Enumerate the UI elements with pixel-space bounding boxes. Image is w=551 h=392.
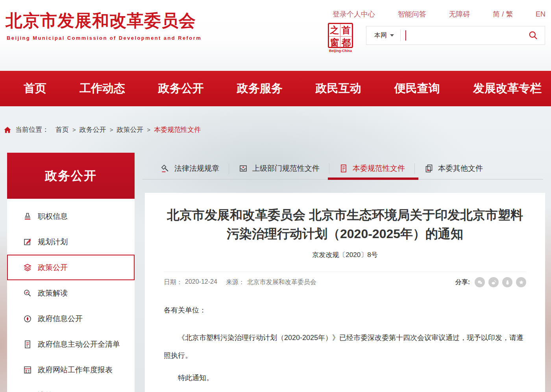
report-table-icon [23, 365, 32, 375]
quick-link-login[interactable]: 登录个人中心 [333, 9, 375, 19]
stamp-icon [23, 212, 32, 221]
calendar-icon [23, 391, 32, 392]
sidebar-item-label: 政府信息公开 [38, 314, 83, 324]
share-wechat-icon[interactable] [475, 277, 485, 287]
tab-separator [414, 163, 415, 174]
tab-label: 本委规范性文件 [353, 163, 405, 174]
nav-item-gov-disclosure[interactable]: 政务公开 [158, 81, 204, 96]
share-bar: 分享: [455, 277, 526, 287]
tab-commission-normative-docs[interactable]: 本委规范性文件 [339, 163, 405, 174]
seal-caption: Beijing-China [328, 49, 353, 53]
share-favorite-icon[interactable] [516, 277, 526, 287]
sidebar-item-plans[interactable]: 规划计划 [7, 229, 135, 255]
seal-char: 首 [340, 24, 352, 37]
nav-item-work-updates[interactable]: 工作动态 [80, 81, 125, 96]
sidebar-item-gov-info-disclosure[interactable]: 政府信息公开 [7, 306, 135, 331]
layers-icon [23, 263, 32, 272]
seal-char: 都 [340, 37, 352, 49]
sidebar-item-policy-disclosure[interactable]: 政策公开 [7, 255, 135, 280]
capital-window-seal-logo[interactable]: 之 首 窗 都 Beijing-China [328, 23, 353, 53]
source-label: 来源： [226, 278, 245, 287]
tab-label: 法律法规规章 [174, 163, 219, 174]
breadcrumb-policy-disclosure[interactable]: 政策公开 [117, 125, 144, 134]
magnifier-check-icon [23, 288, 32, 298]
compass-icon [23, 314, 32, 324]
article-card: 北京市发展和改革委员会 北京市生态环境局关于印发北京市塑料 污染治理行动计划（2… [145, 193, 545, 392]
search-scope-label: 本网 [374, 31, 387, 40]
tab-separator [229, 163, 229, 174]
sidebar-item-label: 政策公开 [38, 263, 68, 273]
tab-separator [329, 163, 329, 174]
quick-links: 登录个人中心 智能问答 无障碍 简 / 繁 EN [333, 9, 545, 19]
search-divider [400, 30, 401, 41]
breadcrumb-separator: > [72, 126, 76, 133]
article-title-line1: 北京市发展和改革委员会 北京市生态环境局关于印发北京市塑料 [164, 205, 526, 224]
plan-edit-icon [23, 237, 32, 247]
document-type-tabs: 法律法规规章 上级部门规范性文件 本委规范性文件 [145, 157, 545, 179]
nav-item-gov-services[interactable]: 政务服务 [237, 81, 283, 96]
quick-link-english[interactable]: EN [536, 10, 545, 18]
quick-link-simplified-traditional[interactable]: 简 / 繁 [493, 9, 513, 19]
document-icon [339, 164, 348, 173]
quick-link-accessibility[interactable]: 无障碍 [449, 9, 470, 19]
breadcrumb: 当前位置： 首页 > 政务公开 > 政策公开 > 本委规范性文件 [3, 125, 201, 134]
sidebar-item-label: 职权信息 [38, 211, 68, 222]
tab-label: 上级部门规范性文件 [252, 163, 320, 174]
gavel-icon [161, 164, 170, 173]
breadcrumb-label: 当前位置： [15, 125, 49, 134]
site-header: 北京市发展和改革委员会 Beijing Municipal Commission… [0, 0, 551, 71]
breadcrumb-home[interactable]: 首页 [55, 125, 69, 134]
share-label: 分享: [455, 278, 470, 287]
search-scope-dropdown[interactable]: 本网 [374, 31, 394, 40]
search-bar: 本网 [366, 26, 545, 45]
breadcrumb-gov-disclosure[interactable]: 政务公开 [80, 125, 106, 134]
share-qq-icon[interactable] [502, 277, 512, 287]
nav-item-public-interaction[interactable]: 政民互动 [316, 81, 361, 96]
sidebar-menu: 职权信息 规划计划 政策公开 政策解读 [7, 199, 135, 392]
sidebar-item-decision-catalog[interactable]: 决策目录 [7, 383, 135, 392]
breadcrumb-separator: > [110, 126, 113, 133]
source-value: 北京市发展和改革委员会 [247, 278, 316, 287]
sidebar-item-label: 规划计划 [38, 237, 68, 247]
main-nav: 首页 工作动态 政务公开 政务服务 政民互动 便民查询 发展改革专栏 [0, 71, 551, 106]
sidebar-title: 政务公开 [7, 153, 135, 199]
share-weibo-icon[interactable] [488, 277, 499, 287]
tab-laws-regulations[interactable]: 法律法规规章 [161, 163, 219, 174]
sidebar-item-label: 政策解读 [38, 288, 68, 298]
body-paragraph: 特此通知。 [164, 369, 526, 387]
inbox-icon [239, 164, 248, 173]
breadcrumb-separator: > [147, 126, 151, 133]
article-title: 北京市发展和改革委员会 北京市生态环境局关于印发北京市塑料 污染治理行动计划（2… [164, 205, 526, 243]
sidebar-item-authority-info[interactable]: 职权信息 [7, 203, 135, 229]
quick-link-smart-qa[interactable]: 智能问答 [398, 9, 426, 19]
site-logo-title[interactable]: 北京市发展和改革委员会 [6, 9, 196, 32]
seal-char: 之 [329, 24, 340, 37]
breadcrumb-current-page: 本委规范性文件 [154, 125, 201, 134]
search-icon[interactable] [528, 30, 538, 41]
sidebar-item-label: 政府信息主动公开全清单 [38, 339, 120, 349]
body-paragraph: 《北京市塑料污染治理行动计划（2020-2025年）》已经市委深改委第十四次会议… [164, 329, 526, 364]
content-area: 法律法规规章 上级部门规范性文件 本委规范性文件 [145, 157, 545, 392]
nav-item-reform-column[interactable]: 发展改革专栏 [473, 81, 542, 96]
seal-grid: 之 首 窗 都 [328, 23, 353, 48]
search-input[interactable] [406, 26, 528, 44]
sidebar-item-proactive-disclosure-list[interactable]: 政府信息主动公开全清单 [7, 331, 135, 357]
article-meta-left: 日期： 2020-12-24 来源： 北京市发展和改革委员会 [164, 278, 316, 287]
date-label: 日期： [164, 278, 183, 287]
date-value: 2020-12-24 [185, 278, 217, 287]
nav-item-home[interactable]: 首页 [24, 81, 46, 96]
sidebar-item-website-annual-report[interactable]: 政府网站工作年度报表 [7, 357, 135, 383]
sidebar-item-label: 政府网站工作年度报表 [38, 365, 113, 375]
tab-superior-normative-docs[interactable]: 上级部门规范性文件 [239, 163, 320, 174]
document-list-icon [23, 340, 32, 349]
tab-commission-other-docs[interactable]: 本委其他文件 [424, 163, 483, 174]
tab-label: 本委其他文件 [438, 163, 483, 174]
site-logo-subtitle: Beijing Municipal Commission of Developm… [7, 35, 202, 41]
sidebar-item-label: 决策目录 [38, 390, 68, 392]
salutation: 各有关单位： [164, 305, 526, 315]
article-meta: 日期： 2020-12-24 来源： 北京市发展和改革委员会 分享: [164, 272, 526, 287]
nav-item-convenient-inquiry[interactable]: 便民查询 [394, 81, 440, 96]
document-number: 京发改规〔2020〕8号 [164, 250, 526, 259]
copy-files-icon [424, 164, 434, 173]
sidebar-item-policy-interpretation[interactable]: 政策解读 [7, 280, 135, 306]
